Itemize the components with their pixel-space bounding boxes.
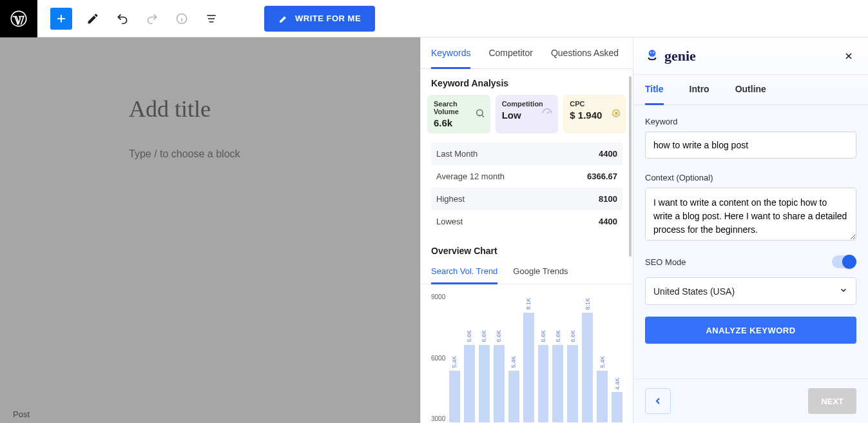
svg-point-6	[653, 52, 654, 53]
stat-row: Lowest4400	[431, 210, 622, 233]
search-icon	[475, 108, 485, 121]
write-for-me-button[interactable]: WRITE FOR ME	[264, 6, 375, 32]
editor-overlay	[0, 37, 420, 423]
analysis-panel: Keywords Competitor Questions Asked Keyw…	[420, 37, 633, 423]
next-button: NEXT	[808, 388, 856, 414]
chart-tab-search-vol[interactable]: Search Vol. Trend	[431, 266, 497, 284]
stat-row: Average 12 month6366.67	[431, 165, 622, 188]
chart-tab-google-trends[interactable]: Google Trends	[513, 266, 568, 284]
tab-keywords[interactable]: Keywords	[431, 48, 470, 69]
metric-competition: Competition Low	[496, 95, 559, 133]
editor-canvas[interactable]: Add title Type / to choose a block Post	[0, 37, 420, 423]
seo-mode-label: SEO Mode	[645, 257, 686, 267]
search-volume-chart: 900060003000 5.4K6.6K6.6K6.6K5.4K8.1K6.6…	[449, 293, 622, 422]
analyze-keyword-button[interactable]: ANALYZE KEYWORD	[645, 317, 856, 344]
redo-icon	[143, 10, 161, 28]
wordpress-logo[interactable]	[0, 0, 37, 37]
svg-point-2	[476, 110, 482, 115]
keyword-label: Keyword	[645, 117, 856, 126]
svg-point-5	[650, 52, 651, 53]
analysis-tabs: Keywords Competitor Questions Asked	[421, 37, 633, 69]
overview-chart-heading: Overview Chart	[421, 237, 633, 262]
genie-tab-intro[interactable]: Intro	[690, 84, 709, 104]
post-status: Post	[13, 409, 30, 419]
context-label: Context (Optional)	[645, 173, 856, 182]
metric-search-volume: Search Volume 6.6k	[427, 95, 490, 133]
close-icon[interactable]	[840, 47, 858, 65]
chevron-down-icon	[839, 286, 848, 297]
write-for-me-label: WRITE FOR ME	[295, 14, 361, 23]
svg-point-4	[649, 50, 656, 57]
genie-tab-title[interactable]: Title	[645, 84, 664, 105]
outline-icon[interactable]	[202, 10, 220, 28]
undo-icon[interactable]	[113, 10, 131, 28]
prev-button[interactable]	[645, 388, 671, 414]
context-input[interactable]	[645, 188, 856, 241]
stat-row: Highest8100	[431, 188, 622, 210]
coin-icon	[611, 108, 621, 121]
tab-competitor[interactable]: Competitor	[488, 48, 532, 68]
add-block-button[interactable]	[50, 8, 72, 30]
stat-row: Last Month4400	[431, 143, 622, 165]
tab-questions[interactable]: Questions Asked	[551, 48, 619, 68]
keyword-input[interactable]	[645, 132, 856, 159]
scrollbar[interactable]	[629, 76, 632, 257]
gauge-icon	[541, 108, 553, 121]
edit-icon[interactable]	[84, 10, 102, 28]
genie-tab-outline[interactable]: Outline	[735, 84, 766, 104]
metric-cpc: CPC $ 1.940	[563, 95, 626, 133]
genie-panel: genie Title Intro Outline Keyword Contex…	[633, 37, 868, 423]
stat-list: Last Month4400 Average 12 month6366.67 H…	[421, 133, 633, 237]
genie-logo: genie	[644, 48, 696, 64]
country-select[interactable]: United States (USA)	[645, 277, 856, 305]
info-icon[interactable]	[173, 10, 191, 28]
top-toolbar: WRITE FOR ME	[0, 0, 868, 37]
seo-mode-toggle[interactable]	[832, 255, 856, 268]
keyword-analysis-heading: Keyword Analysis	[421, 69, 633, 95]
